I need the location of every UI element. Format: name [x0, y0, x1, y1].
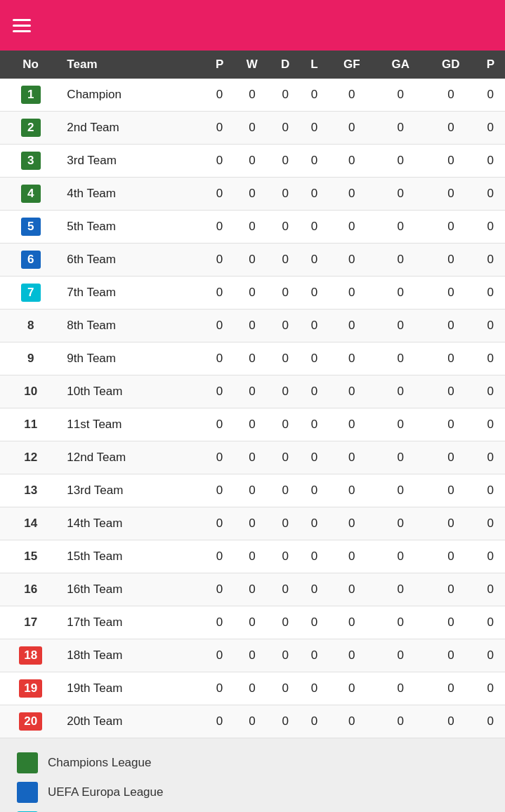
- table-row: 20 20th Team 0 0 0 0 0 0 0 0: [0, 705, 505, 738]
- goals-against: 0: [376, 639, 426, 672]
- table-row: 6 6th Team 0 0 0 0 0 0 0 0: [0, 244, 505, 277]
- rank-number: 12: [0, 441, 61, 474]
- legend-color-box: [17, 782, 38, 803]
- team-name: 13rd Team: [61, 474, 205, 507]
- goal-diff: 0: [426, 79, 476, 112]
- won: 0: [234, 507, 270, 540]
- goals-against: 0: [376, 474, 426, 507]
- legend-item: Champions League: [17, 752, 488, 773]
- table-row: 1 Champion 0 0 0 0 0 0 0 0: [0, 79, 505, 112]
- points: 0: [476, 540, 505, 573]
- legend-item: UEFA Europa League: [17, 782, 488, 803]
- team-name: 6th Team: [61, 244, 205, 277]
- table-row: 3 3rd Team 0 0 0 0 0 0 0 0: [0, 145, 505, 178]
- team-name: Champion: [61, 79, 205, 112]
- rank-number: 13: [0, 474, 61, 507]
- played: 0: [205, 606, 234, 639]
- table-row: 10 10th Team 0 0 0 0 0 0 0 0: [0, 375, 505, 408]
- drawn: 0: [270, 507, 301, 540]
- goals-for: 0: [328, 672, 375, 705]
- goals-for: 0: [328, 277, 375, 310]
- played: 0: [205, 178, 234, 211]
- team-name: 15th Team: [61, 540, 205, 573]
- legend-label: Champions League: [48, 756, 151, 770]
- lost: 0: [301, 342, 328, 375]
- lost: 0: [301, 705, 328, 738]
- drawn: 0: [270, 277, 301, 310]
- lost: 0: [301, 277, 328, 310]
- goals-against: 0: [376, 441, 426, 474]
- col-l: L: [301, 51, 328, 79]
- lost: 0: [301, 507, 328, 540]
- rank-number: 16: [0, 573, 61, 606]
- won: 0: [234, 244, 270, 277]
- points: 0: [476, 178, 505, 211]
- goals-for: 0: [328, 474, 375, 507]
- col-team: Team: [61, 51, 205, 79]
- drawn: 0: [270, 672, 301, 705]
- menu-button[interactable]: [13, 19, 31, 32]
- goals-against: 0: [376, 79, 426, 112]
- lost: 0: [301, 79, 328, 112]
- goals-against: 0: [376, 310, 426, 342]
- goal-diff: 0: [426, 408, 476, 441]
- col-ga: GA: [376, 51, 426, 79]
- won: 0: [234, 474, 270, 507]
- lost: 0: [301, 606, 328, 639]
- standings-table-container: No Team P W D L GF GA GD P 1 Champion 0 …: [0, 51, 505, 738]
- lost: 0: [301, 244, 328, 277]
- drawn: 0: [270, 145, 301, 178]
- table-row: 19 19th Team 0 0 0 0 0 0 0 0: [0, 672, 505, 705]
- drawn: 0: [270, 408, 301, 441]
- goal-diff: 0: [426, 573, 476, 606]
- legend-color-box: [17, 752, 38, 773]
- goals-against: 0: [376, 178, 426, 211]
- team-name: 4th Team: [61, 178, 205, 211]
- col-d: D: [270, 51, 301, 79]
- drawn: 0: [270, 606, 301, 639]
- points: 0: [476, 79, 505, 112]
- points: 0: [476, 705, 505, 738]
- team-name: 2nd Team: [61, 112, 205, 145]
- rank-number: 19: [0, 672, 61, 705]
- col-gd: GD: [426, 51, 476, 79]
- played: 0: [205, 639, 234, 672]
- lost: 0: [301, 441, 328, 474]
- goals-for: 0: [328, 639, 375, 672]
- goal-diff: 0: [426, 145, 476, 178]
- team-name: 12nd Team: [61, 441, 205, 474]
- team-name: 14th Team: [61, 507, 205, 540]
- played: 0: [205, 342, 234, 375]
- goals-for: 0: [328, 507, 375, 540]
- drawn: 0: [270, 441, 301, 474]
- table-row: 9 9th Team 0 0 0 0 0 0 0 0: [0, 342, 505, 375]
- goals-against: 0: [376, 342, 426, 375]
- goals-for: 0: [328, 441, 375, 474]
- app-header: [0, 0, 505, 51]
- goals-for: 0: [328, 310, 375, 342]
- points: 0: [476, 211, 505, 244]
- col-p: P: [205, 51, 234, 79]
- goals-against: 0: [376, 375, 426, 408]
- points: 0: [476, 408, 505, 441]
- goal-diff: 0: [426, 507, 476, 540]
- lost: 0: [301, 639, 328, 672]
- played: 0: [205, 310, 234, 342]
- team-name: 10th Team: [61, 375, 205, 408]
- drawn: 0: [270, 342, 301, 375]
- won: 0: [234, 672, 270, 705]
- header-left: [13, 19, 42, 32]
- rank-number: 8: [0, 310, 61, 342]
- played: 0: [205, 474, 234, 507]
- won: 0: [234, 375, 270, 408]
- drawn: 0: [270, 540, 301, 573]
- goals-for: 0: [328, 540, 375, 573]
- goals-against: 0: [376, 408, 426, 441]
- rank-number: 1: [0, 79, 61, 112]
- lost: 0: [301, 211, 328, 244]
- table-header-row: No Team P W D L GF GA GD P: [0, 51, 505, 79]
- table-row: 7 7th Team 0 0 0 0 0 0 0 0: [0, 277, 505, 310]
- goals-for: 0: [328, 244, 375, 277]
- rank-number: 5: [0, 211, 61, 244]
- lost: 0: [301, 573, 328, 606]
